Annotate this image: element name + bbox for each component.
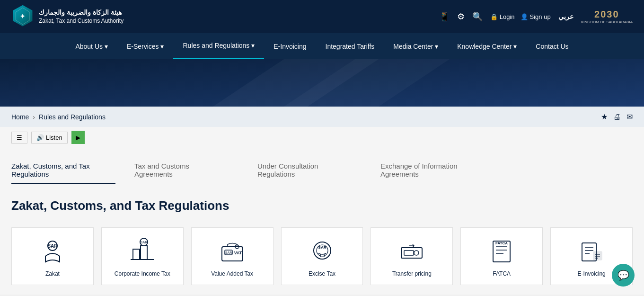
login-link[interactable]: 🔒 Login bbox=[490, 13, 515, 20]
menu-button[interactable]: ☰ bbox=[11, 132, 27, 144]
nav-link-rules[interactable]: Rules and Regulations ▾ bbox=[173, 33, 264, 59]
nav-item-rules[interactable]: Rules and Regulations ▾ bbox=[173, 33, 264, 59]
nav-item-contact[interactable]: Contact Us bbox=[526, 34, 578, 59]
card-corporate-tax[interactable]: SAR Corporate Income Tax bbox=[101, 227, 184, 285]
mobile-icon[interactable]: 📱 bbox=[439, 11, 450, 22]
excise-icon: SAR bbox=[308, 237, 336, 266]
cards-grid: SAR Zakat SAR Corporate Income Tax bbox=[11, 227, 633, 285]
nav-link-knowledge[interactable]: Knowledge Center ▾ bbox=[448, 34, 526, 59]
tab-exchange-info[interactable]: Exchange of Information Agreements bbox=[380, 157, 485, 184]
vat-icon: SAR VAT bbox=[218, 237, 247, 266]
corporate-tax-label: Corporate Income Tax bbox=[115, 270, 170, 277]
tab-navigation: Zakat, Customs, and Tax Regulations Tax … bbox=[11, 157, 633, 184]
play-button[interactable]: ▶ bbox=[71, 131, 85, 144]
nav-item-media[interactable]: Media Center ▾ bbox=[384, 34, 448, 59]
breadcrumb-separator: › bbox=[33, 113, 35, 121]
fatca-icon: FATCA bbox=[487, 237, 516, 266]
auth-links: 🔒 Login 👤 Sign up bbox=[490, 13, 551, 20]
einvoicing-icon bbox=[577, 237, 606, 266]
svg-text:FATCA: FATCA bbox=[495, 241, 508, 245]
tab-tax-customs[interactable]: Tax and Customs Agreements bbox=[134, 157, 238, 184]
breadcrumb-bar: Home › Rules and Regulations ★ 🖨 ✉ bbox=[0, 107, 644, 127]
einvoicing-label: E-Invoicing bbox=[577, 270, 605, 277]
star-icon[interactable]: ★ bbox=[601, 112, 608, 121]
chat-button[interactable]: 💬 bbox=[612, 264, 635, 287]
corporate-tax-icon: SAR bbox=[128, 237, 157, 266]
language-button[interactable]: عربي bbox=[558, 13, 573, 20]
vision-2030-logo: 2030 KINGDOM OF SAUDI ARABIA bbox=[581, 9, 633, 24]
nav-link-tariffs[interactable]: Integrated Tariffs bbox=[316, 34, 384, 59]
svg-text:VAT: VAT bbox=[234, 251, 242, 255]
vat-label: Value Added Tax bbox=[211, 270, 253, 277]
logo-icon: ✦ bbox=[11, 4, 34, 29]
zakat-label: Zakat bbox=[45, 270, 60, 277]
nav-item-about-us[interactable]: About Us ▾ bbox=[66, 34, 117, 59]
accessibility-bar: ☰ 🔊 Listen ▶ bbox=[0, 127, 644, 148]
main-content: Zakat, Customs, and Tax Regulations Tax … bbox=[0, 148, 644, 295]
tab-zakat-regulations[interactable]: Zakat, Customs, and Tax Regulations bbox=[11, 157, 115, 184]
zakat-icon: SAR bbox=[38, 237, 67, 266]
breadcrumb-actions: ★ 🖨 ✉ bbox=[601, 112, 633, 121]
svg-text:SAR: SAR bbox=[141, 241, 147, 244]
nav-link-einvoicing[interactable]: E-Invoicing bbox=[264, 34, 316, 59]
nav-link-about-us[interactable]: About Us ▾ bbox=[66, 34, 117, 59]
card-vat[interactable]: SAR VAT Value Added Tax bbox=[191, 227, 273, 285]
card-zakat[interactable]: SAR Zakat bbox=[11, 227, 94, 285]
svg-rect-5 bbox=[141, 246, 147, 260]
print-icon[interactable]: 🖨 bbox=[613, 113, 621, 121]
top-bar: ✦ هيئة الزكاة والضريبة والجمارك Zakat, T… bbox=[0, 0, 644, 33]
nav-items-list: About Us ▾ E-Services ▾ Rules and Regula… bbox=[66, 33, 578, 59]
card-fatca[interactable]: FATCA FATCA bbox=[460, 227, 543, 285]
excise-label: Excise Tax bbox=[309, 270, 335, 277]
search-icon[interactable]: 🔍 bbox=[472, 11, 483, 22]
nav-link-eservices[interactable]: E-Services ▾ bbox=[117, 34, 174, 59]
card-excise[interactable]: SAR Excise Tax bbox=[281, 227, 363, 285]
nav-item-knowledge[interactable]: Knowledge Center ▾ bbox=[448, 34, 526, 59]
nav-item-einvoicing[interactable]: E-Invoicing bbox=[264, 34, 316, 59]
svg-text:SAR: SAR bbox=[47, 243, 58, 249]
hero-bg bbox=[0, 59, 644, 107]
tab-under-consultation[interactable]: Under Consultation Regulations bbox=[257, 157, 362, 184]
svg-point-19 bbox=[414, 251, 419, 255]
nav-item-eservices[interactable]: E-Services ▾ bbox=[117, 34, 174, 59]
speaker-icon: 🔊 bbox=[36, 134, 44, 141]
chat-icon: 💬 bbox=[618, 269, 629, 281]
lock-icon: 🔒 bbox=[490, 13, 498, 20]
logo-area: ✦ هيئة الزكاة والضريبة والجمارك Zakat, T… bbox=[11, 4, 124, 29]
card-transfer-pricing[interactable]: Transfer pricing bbox=[371, 227, 453, 285]
listen-button[interactable]: 🔊 Listen bbox=[31, 132, 68, 144]
nav-item-tariffs[interactable]: Integrated Tariffs bbox=[316, 34, 384, 59]
breadcrumb: Home › Rules and Regulations bbox=[11, 113, 106, 121]
transfer-pricing-icon bbox=[397, 237, 426, 266]
breadcrumb-current: Rules and Regulations bbox=[39, 113, 106, 121]
svg-rect-18 bbox=[404, 251, 414, 255]
email-icon[interactable]: ✉ bbox=[626, 112, 633, 121]
section-title: Zakat, Customs, and Tax Regulations bbox=[11, 198, 633, 213]
hero-area bbox=[0, 59, 644, 107]
svg-text:SAR: SAR bbox=[225, 251, 231, 254]
svg-rect-29 bbox=[593, 251, 602, 260]
svg-text:✦: ✦ bbox=[20, 13, 26, 20]
nav-link-contact[interactable]: Contact Us bbox=[526, 34, 578, 59]
user-icon: 👤 bbox=[520, 13, 528, 20]
transfer-pricing-label: Transfer pricing bbox=[392, 270, 432, 277]
settings-icon[interactable]: ⚙ bbox=[457, 11, 465, 22]
logo-text: هيئة الزكاة والضريبة والجمارك Zakat, Tax… bbox=[39, 8, 124, 25]
svg-rect-4 bbox=[133, 249, 140, 260]
main-nav: About Us ▾ E-Services ▾ Rules and Regula… bbox=[0, 33, 644, 59]
top-right-controls: 📱 ⚙ 🔍 🔒 Login 👤 Sign up عربي 2030 KINGDO… bbox=[439, 9, 633, 24]
nav-link-media[interactable]: Media Center ▾ bbox=[384, 34, 448, 59]
signup-link[interactable]: 👤 Sign up bbox=[520, 13, 551, 20]
fatca-label: FATCA bbox=[493, 270, 511, 277]
breadcrumb-home[interactable]: Home bbox=[11, 113, 29, 121]
